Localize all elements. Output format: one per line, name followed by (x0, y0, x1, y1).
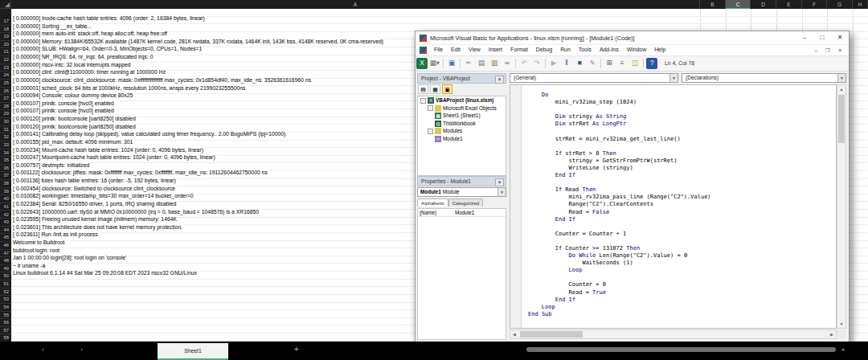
add-sheet-button[interactable]: + (294, 345, 299, 354)
tree-item-thisworkbook[interactable]: ▥ThisWorkbook (418, 120, 506, 128)
column-header-C[interactable]: C (726, 0, 751, 9)
row-header-45[interactable]: 45 (0, 234, 10, 242)
scroll-right-arrow-icon[interactable]: ▶ (828, 330, 836, 338)
vertical-scroll-thumb[interactable] (838, 95, 845, 143)
row-header-46[interactable]: 46 (0, 242, 10, 250)
code-horizontal-scrollbar[interactable]: ◀ ▶ (510, 329, 837, 339)
view-code-icon[interactable]: ▤ (418, 84, 428, 94)
column-header-D[interactable]: D (751, 0, 776, 9)
row-header-20[interactable]: 20 (0, 41, 10, 49)
code-editor[interactable]: Do mini_rv32ima_step (1024) Dim stringy … (510, 84, 837, 329)
properties-window-icon[interactable]: ≡ (616, 58, 628, 69)
cut-icon[interactable]: ✂ (463, 58, 474, 69)
scroll-right-arrow-icon[interactable]: ▸ (842, 346, 845, 353)
row-header-48[interactable]: 48 (0, 257, 10, 265)
row-header-26[interactable]: 26 (0, 88, 10, 96)
row-header-30[interactable]: 30 (0, 118, 10, 126)
code-vertical-scrollbar[interactable]: ▲ ▼ (837, 84, 846, 329)
tree-item-vbaproject-linux-xlsm[interactable]: -XVBAProject (linux.xlsm) (418, 96, 506, 104)
view-object-icon[interactable]: ▦ (430, 84, 440, 94)
menu-addins[interactable]: Add-Ins (596, 45, 623, 54)
row-header-57[interactable]: 57 (0, 327, 10, 335)
column-header-E[interactable]: E (776, 0, 802, 9)
resize-grip[interactable] (837, 329, 846, 339)
menu-format[interactable]: Format (506, 45, 532, 54)
properties-object-selector[interactable]: Module1 Module ▼ (417, 187, 506, 197)
project-panel-title-bar[interactable]: Project - VBAProject ✕ (417, 73, 506, 84)
row-header-27[interactable]: 27 (0, 95, 10, 103)
object-dropdown[interactable]: (General) ▼ (510, 73, 678, 83)
help-icon[interactable]: ? (646, 58, 657, 69)
project-explorer-icon[interactable]: ⊞ (604, 58, 615, 69)
menu-view[interactable]: View (465, 45, 485, 54)
row-header-22[interactable]: 22 (0, 56, 10, 64)
undo-icon[interactable]: ↶ (518, 58, 530, 69)
row-header-56[interactable]: 56 (0, 319, 10, 327)
view-excel-icon[interactable]: X (416, 58, 428, 69)
procedure-dropdown[interactable]: (Declarations) ▼ (682, 73, 846, 83)
horizontal-scroll-thumb[interactable] (520, 331, 583, 338)
row-header-23[interactable]: 23 (0, 64, 10, 72)
table-row[interactable]: [ 0.000000] Inode-cache hash table entri… (11, 9, 868, 17)
tree-item-modules[interactable]: -Modules (418, 127, 506, 135)
row-header-28[interactable]: 28 (0, 103, 10, 111)
scroll-down-arrow-icon[interactable]: ▼ (837, 320, 845, 328)
excel-horizontal-scrollbar[interactable] (526, 347, 836, 352)
row-header-39[interactable]: 39 (0, 188, 10, 196)
row-header-25[interactable]: 25 (0, 80, 10, 88)
row-header-24[interactable]: 24 (0, 72, 10, 80)
tree-expander-icon[interactable]: - (428, 105, 433, 111)
row-header-19[interactable]: 19 (0, 33, 10, 41)
code-margin-indicator-bar[interactable] (510, 85, 522, 328)
properties-panel-title-bar[interactable]: Properties - Module1 ✕ (417, 176, 506, 186)
tab-categorized[interactable]: Categorized (448, 198, 483, 207)
tree-item-module1[interactable]: ▱Module1 (418, 135, 506, 143)
row-header-34[interactable]: 34 (0, 149, 10, 158)
next-sheet-button[interactable]: › (80, 346, 83, 354)
insert-userform-icon[interactable]: ▦▾ (429, 58, 440, 69)
column-header-A[interactable]: A (11, 0, 700, 9)
row-header-44[interactable]: 44 (0, 227, 10, 235)
scroll-up-arrow-icon[interactable]: ▲ (837, 85, 845, 93)
tree-item-sheet1-sheet1[interactable]: ▦Sheet1 (Sheet1) (418, 112, 506, 120)
menu-run[interactable]: Run (556, 45, 575, 54)
menu-file[interactable]: File (430, 45, 447, 54)
row-header-37[interactable]: 37 (0, 172, 10, 180)
paste-icon[interactable]: ▥ (489, 58, 500, 69)
minimize-button[interactable]: – (796, 31, 813, 44)
child-window-controls[interactable]: – ❐ ✕ (814, 47, 845, 54)
row-header-32[interactable]: 32 (0, 133, 10, 141)
design-mode-icon[interactable]: ✎ (587, 58, 598, 69)
row-header-36[interactable]: 36 (0, 165, 10, 173)
row-header-42[interactable]: 42 (0, 211, 10, 219)
copy-icon[interactable]: ▤ (476, 58, 487, 69)
prev-sheet-button[interactable]: ‹ (42, 346, 44, 354)
menu-debug[interactable]: Debug (532, 45, 556, 54)
column-header-F[interactable]: F (802, 0, 827, 9)
close-button[interactable]: ✕ (831, 31, 849, 44)
row-header-51[interactable]: 51 (0, 280, 10, 288)
menu-window[interactable]: Window (623, 45, 651, 54)
tree-expander-icon[interactable]: - (420, 98, 426, 104)
column-header-G[interactable]: G (827, 0, 853, 9)
property-row[interactable]: (Name) Module1 (418, 209, 506, 217)
row-header-54[interactable]: 54 (0, 304, 10, 312)
menu-help[interactable]: Help (650, 45, 669, 54)
save-icon[interactable]: ▣ (446, 58, 457, 69)
row-header-33[interactable]: 33 (0, 141, 10, 149)
table-row[interactable]: [ 0.000000] Sorting __ex_table... (11, 17, 868, 25)
maximize-button[interactable]: □ (813, 31, 831, 44)
tree-item-microsoft-excel-objects[interactable]: -Microsoft Excel Objects (418, 104, 506, 112)
row-header-52[interactable]: 52 (0, 288, 10, 297)
break-icon[interactable]: ‖ (561, 58, 572, 69)
tab-alphabetic[interactable]: Alphabetic (417, 198, 448, 207)
scroll-left-arrow-icon[interactable]: ◀ (510, 330, 518, 338)
toggle-folders-icon[interactable]: ▣ (442, 84, 452, 94)
row-header-31[interactable]: 31 (0, 126, 10, 134)
column-header-B[interactable]: B (700, 0, 726, 9)
redo-icon[interactable]: ↷ (531, 58, 542, 69)
row-header-55[interactable]: 55 (0, 312, 10, 320)
row-header-17[interactable]: 17 (0, 18, 10, 26)
row-header-49[interactable]: 49 (0, 265, 10, 273)
tree-expander-icon[interactable]: - (428, 129, 433, 134)
